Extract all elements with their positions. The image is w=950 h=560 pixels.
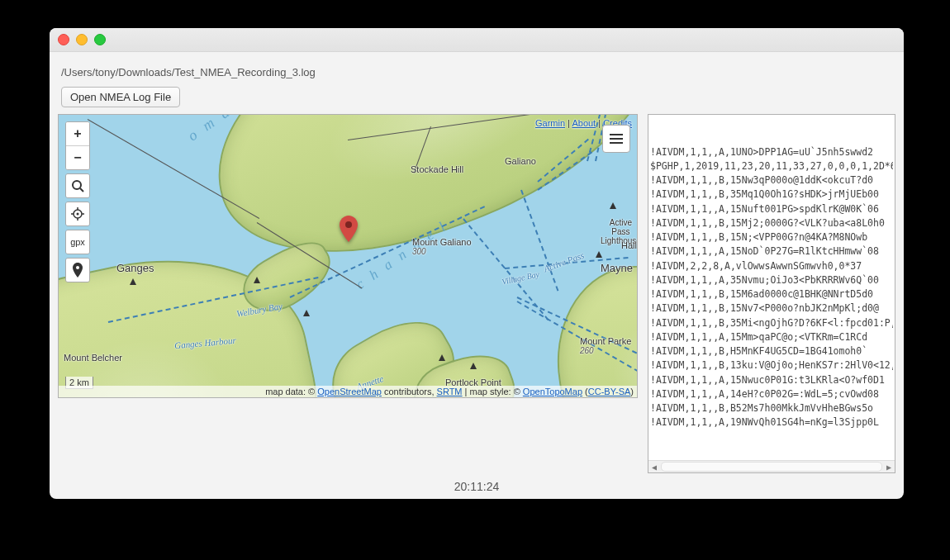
svg-point-1 [73,181,81,189]
svg-point-4 [77,213,79,216]
log-lines: !AIVDM,1,1,,A,1UNO>DPP1AG=uU`J5nh5swwd2 … [650,145,893,474]
place-label: Mount Belcher [64,353,122,363]
close-icon[interactable] [58,34,69,45]
locate-button[interactable] [66,202,89,225]
svg-line-2 [80,188,83,192]
place-label: Mount Parke 260 [580,336,631,355]
layers-button[interactable] [602,125,630,153]
link-srtm[interactable]: SRTM [437,387,463,396]
link-osm[interactable]: OpenStreetMap [317,387,382,396]
horizontal-scrollbar[interactable]: ◀ ▶ [648,460,895,472]
filepath-label: /Users/tony/Downloads/Test_NMEA_Recordin… [61,66,892,78]
app-window: /Users/tony/Downloads/Test_NMEA_Recordin… [50,28,904,499]
scroll-right-icon[interactable]: ▶ [883,461,895,472]
svg-rect-11 [610,138,623,140]
playback-slider[interactable] [66,498,887,499]
zoom-in-button[interactable]: + [66,122,89,145]
attribution: map data: © OpenStreetMap contributors, … [59,386,637,397]
place-label: Mayne [601,262,633,274]
place-label: Mount Galiano 300 [412,237,472,256]
svg-point-9 [76,266,79,269]
titlebar [50,28,904,52]
svg-point-0 [345,221,352,228]
minimize-icon[interactable] [76,34,88,45]
svg-rect-10 [610,134,623,135]
map-marker-icon[interactable] [340,216,358,242]
link-otm[interactable]: OpenTopoMap [523,387,582,396]
zoom-icon[interactable] [94,34,106,45]
link-about[interactable]: About [572,118,596,128]
search-button[interactable] [66,174,89,197]
place-label: Stockade Hill [411,164,463,174]
link-garmin[interactable]: Garmin [535,118,565,128]
gpx-button[interactable]: gpx [66,230,89,254]
place-label: Hall [621,240,637,250]
svg-rect-12 [610,142,623,144]
place-label: Ganges [116,262,154,274]
marker-button[interactable] [66,259,89,282]
nmea-log-panel: !AIVDM,1,1,,A,1UNO>DPP1AG=uU`J5nh5swwd2 … [648,114,895,473]
map-view[interactable]: o m a l i c h a n n e l [58,114,638,398]
timestamp-label: 20:11:24 [58,480,895,493]
link-license[interactable]: CC-BY-SA [588,387,631,396]
open-file-button[interactable]: Open NMEA Log File [61,87,180,107]
zoom-out-button[interactable]: − [66,145,89,169]
place-label: Galiano [505,156,536,166]
scroll-left-icon[interactable]: ◀ [648,461,660,472]
